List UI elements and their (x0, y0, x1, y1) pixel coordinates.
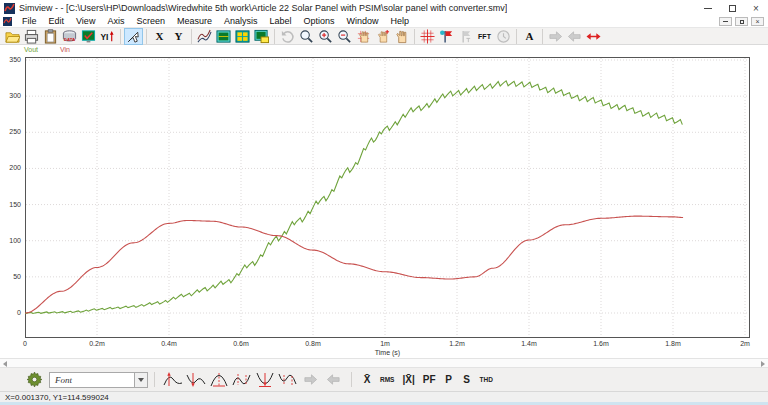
rms-button[interactable]: RMS (376, 370, 398, 390)
x-tick-label: 0.8m (296, 340, 330, 347)
next-falling-slope-button[interactable] (184, 370, 207, 390)
x-tick-label: 1.4m (512, 340, 546, 347)
menu-edit[interactable]: Edit (43, 16, 71, 27)
measure-next-button[interactable] (299, 370, 322, 390)
menu-label[interactable]: Label (263, 16, 297, 27)
toolbar-separator (274, 29, 275, 44)
mdi-minimize-button[interactable] (719, 17, 732, 26)
restore-button[interactable] (720, 0, 744, 16)
hand-plus-icon (375, 29, 390, 44)
fft-button[interactable]: FFT (475, 28, 494, 45)
measure-prev-button[interactable] (322, 370, 345, 390)
x-axis-button[interactable]: X (150, 28, 169, 45)
undo-icon (280, 29, 295, 44)
zoom-button[interactable] (297, 28, 316, 45)
menu-analysis[interactable]: Analysis (218, 16, 264, 27)
horizontal-scrollbar[interactable] (0, 358, 768, 368)
marker-button[interactable] (437, 28, 456, 45)
legend-label-vout[interactable]: Vout (24, 46, 38, 53)
x-tick-label: 0.6m (224, 340, 258, 347)
x-tick-label: 0.4m (152, 340, 186, 347)
save-data-button[interactable]: DATA (60, 28, 79, 45)
menu-measure[interactable]: Measure (171, 16, 218, 27)
pan-grid-button[interactable] (354, 28, 373, 45)
zoom-out-button[interactable] (335, 28, 354, 45)
document-icon (3, 17, 12, 26)
rescale-x-button[interactable] (584, 28, 603, 45)
thd-button[interactable]: THD (476, 370, 497, 390)
x-tick-label: 1m (368, 340, 402, 347)
menu-screen[interactable]: Screen (130, 16, 171, 27)
pan-in-button[interactable] (373, 28, 392, 45)
main-toolbar: DATA YI X Y (0, 27, 768, 45)
next-local-min-button[interactable] (276, 370, 299, 390)
magnifier-icon (299, 29, 314, 44)
add-curve-button[interactable]: YI (98, 28, 117, 45)
status-bar: X=0.001370, Y1=114.599024 (0, 392, 768, 402)
toolbar-separator (414, 29, 415, 44)
power-factor-button[interactable]: PF (419, 370, 440, 390)
measure-toolbar: Font (0, 368, 768, 392)
text-label-button[interactable]: A (520, 28, 539, 45)
single-screen-button[interactable] (214, 28, 233, 45)
arrow-right-disabled-icon (548, 29, 563, 44)
add-screen-button[interactable] (79, 28, 98, 45)
font-select[interactable]: Font (49, 372, 135, 388)
flag-marker-disabled-icon (458, 29, 473, 44)
printer-icon (24, 29, 39, 44)
next-rising-slope-button[interactable] (161, 370, 184, 390)
average-button[interactable]: X̄ (358, 370, 376, 390)
close-button[interactable]: × (744, 0, 768, 16)
x-axis-icon: X (156, 30, 164, 42)
mdi-restore-button[interactable] (735, 17, 748, 26)
undo-button[interactable] (278, 28, 297, 45)
print-button[interactable] (22, 28, 41, 45)
title-bar: Simview - - [C:\Users\HP\Downloads\Wired… (0, 0, 768, 16)
time-domain-button[interactable] (494, 28, 513, 45)
edit-curves-button[interactable] (195, 28, 214, 45)
menu-window[interactable]: Window (341, 16, 385, 27)
mdi-close-button[interactable]: × (751, 17, 764, 26)
x-tick-label: 0.2m (80, 340, 114, 347)
minimize-button[interactable] (696, 0, 720, 16)
cursor-arrow-icon (126, 29, 141, 44)
prev-page-button[interactable] (565, 28, 584, 45)
legend-label-vin[interactable]: Vin (60, 46, 70, 53)
global-min-button[interactable] (253, 370, 276, 390)
gear-icon[interactable] (26, 371, 43, 388)
hand-grid-icon (356, 29, 371, 44)
next-page-button[interactable] (546, 28, 565, 45)
copy-to-clipboard-button[interactable] (41, 28, 60, 45)
y-axis-button[interactable]: Y (169, 28, 188, 45)
real-power-button[interactable]: P (440, 370, 458, 390)
text-a-icon: A (526, 30, 534, 42)
menu-options[interactable]: Options (298, 16, 341, 27)
chevron-down-icon (138, 378, 144, 382)
font-select-dropdown-button[interactable] (135, 372, 148, 388)
y-tick-label: 100 (0, 237, 21, 244)
y-tick-label: 300 (0, 92, 21, 99)
local-min-icon (278, 371, 298, 388)
toolbar-separator (516, 29, 517, 44)
menu-axis[interactable]: Axis (101, 16, 130, 27)
menu-file[interactable]: File (16, 16, 43, 27)
move-curve-button[interactable] (252, 28, 271, 45)
menu-help[interactable]: Help (385, 16, 416, 27)
pan-button[interactable] (392, 28, 411, 45)
next-local-max-button[interactable] (230, 370, 253, 390)
scroll-right-icon[interactable] (761, 361, 765, 367)
menu-view[interactable]: View (70, 16, 101, 27)
y-tick-label: 50 (0, 273, 21, 280)
apparent-power-button[interactable]: S (458, 370, 476, 390)
marker-2-button[interactable] (456, 28, 475, 45)
tile-screens-button[interactable] (233, 28, 252, 45)
plot-area[interactable] (25, 57, 750, 338)
abs-average-button[interactable]: |X̄| (398, 370, 418, 390)
open-button[interactable] (3, 28, 22, 45)
restore-icon (729, 5, 736, 12)
scroll-left-icon[interactable] (3, 361, 7, 367)
select-tool-button[interactable] (124, 28, 143, 45)
measure-button[interactable] (418, 28, 437, 45)
zoom-in-button[interactable] (316, 28, 335, 45)
global-max-button[interactable] (207, 370, 230, 390)
